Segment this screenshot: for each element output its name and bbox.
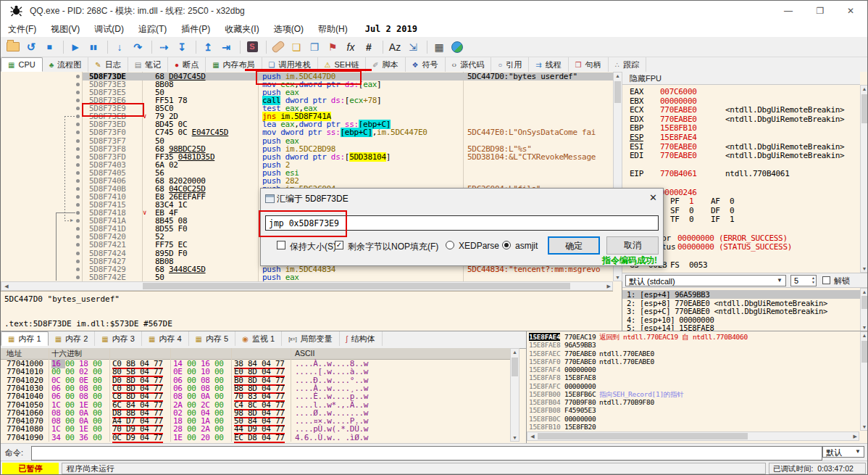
scroll-arrow-icon[interactable]: ◀ (529, 434, 536, 439)
argument-row[interactable]: 3: [esp+C] 770EABE0 <ntdll.DbgUiRemoteBr… (622, 307, 863, 315)
args-vscrollbar[interactable]: ▲▼ (860, 288, 868, 331)
scroll-thumb[interactable] (538, 433, 748, 439)
tab-日志[interactable]: ✎日志 (88, 57, 128, 72)
stop-icon[interactable]: ■ (41, 40, 57, 54)
tab-线程[interactable]: ⇉线程 (529, 57, 568, 72)
open-file-icon[interactable] (5, 40, 21, 54)
tab-句柄[interactable]: ❒句柄 (569, 57, 609, 72)
globe-icon[interactable] (449, 40, 465, 54)
argument-row[interactable]: 4: [esp+10] 00000000 (622, 315, 863, 324)
menu-item-6[interactable]: 选项(O) (267, 21, 311, 38)
case-icon[interactable]: Az (387, 40, 403, 54)
tab-引用[interactable]: ○引用 (491, 57, 529, 72)
menu-item-2[interactable]: 调试(D) (87, 21, 131, 38)
scroll-arrow-icon[interactable]: ▲ (861, 289, 868, 294)
stack-row[interactable]: 15E8FB08F45905E3 (527, 406, 859, 414)
dump-vscrollbar[interactable]: ▲▼ (510, 348, 519, 442)
tab-内存 2[interactable]: ▦内存 2 (49, 331, 96, 346)
stack-row[interactable]: 15E8FAF0770EABE0ntdll.770EABE0 (527, 358, 859, 365)
spinner-arrows-icon[interactable]: ▲▼ (811, 276, 815, 284)
scroll-arrow-icon[interactable]: ▶ (850, 434, 857, 439)
stack-row[interactable]: 15E8FAE896A59BB3 (527, 341, 859, 349)
tab-内存 1[interactable]: ▦内存 1 (1, 331, 49, 346)
menu-item-3[interactable]: 追踪(T) (131, 21, 174, 38)
scroll-arrow-icon[interactable]: ▼ (511, 435, 519, 440)
step-over-icon[interactable]: ↷ (130, 40, 146, 54)
tab-内存 3[interactable]: ▦内存 3 (95, 331, 142, 346)
arg-count-stepper[interactable]: 5▲▼ (790, 275, 817, 286)
tab-笔记[interactable]: ▤笔记 (128, 57, 168, 72)
tab-结构体[interactable]: ʃ结构体 (340, 331, 383, 346)
maximize-button[interactable]: ❐ (808, 4, 832, 18)
scroll-arrow-icon[interactable]: ▲ (861, 86, 868, 91)
tab-符号[interactable]: ❖符号 (406, 57, 446, 72)
scroll-arrow-icon[interactable]: ▼ (861, 325, 868, 330)
hide-fpu-button[interactable]: 隐藏FPU (622, 72, 860, 85)
tab-源代码[interactable]: ‹›源代码 (446, 57, 492, 72)
comment-icon[interactable]: ❏ (288, 40, 304, 54)
stack-row[interactable]: 15E8FAE4770EAC19返回到 ntdll.770EAC19 自 ntd… (527, 333, 859, 341)
step-out-icon[interactable]: ↥ (200, 40, 216, 54)
minimize-button[interactable]: — (776, 4, 801, 18)
scroll-arrow-icon[interactable]: ▼ (861, 266, 868, 271)
scroll-thumb[interactable] (861, 341, 867, 363)
menu-item-7[interactable]: 帮助(H) (311, 21, 355, 38)
function-icon[interactable]: fx (343, 40, 359, 54)
scroll-thumb[interactable] (143, 283, 570, 289)
tab-跟踪[interactable]: ∴跟踪 (609, 57, 646, 72)
execute-till-return-icon[interactable]: ↧ (174, 40, 190, 54)
step-into-icon[interactable]: ↓ (112, 40, 128, 54)
xedparse-radio[interactable] (446, 241, 454, 249)
tab-内存 5[interactable]: ▦内存 5 (189, 331, 236, 346)
scroll-arrow-icon[interactable]: ▲ (511, 350, 519, 355)
menu-item-1[interactable]: 视图(V) (43, 21, 87, 38)
stack-panel[interactable]: 15E8FAE4770EAC19返回到 ntdll.770EAC19 自 ntd… (526, 331, 868, 443)
stack-row[interactable]: 15E8FAF815E8FAE8 (527, 373, 859, 381)
stack-row[interactable]: 15E8FB0C00000000 (527, 415, 859, 423)
scroll-arrow-icon[interactable]: ▲ (614, 73, 622, 78)
disasm-row[interactable]: 5D8F73F0C745 0C E047C45Dmov dword ptr ss… (1, 128, 613, 136)
stack-row[interactable]: 15E8FB1015E8FB20 (527, 423, 859, 431)
close-button[interactable]: ✕ (838, 4, 863, 18)
tab-流程图[interactable]: ♣流程图 (43, 57, 89, 72)
unlock-checkbox[interactable] (822, 276, 830, 284)
calculator-icon[interactable]: ▦ (431, 40, 447, 54)
stack-row[interactable]: 15E8FB04770B9F80ntdll.770B9F80 (527, 398, 859, 406)
asmjit-radio[interactable] (502, 241, 511, 249)
bookmark-icon[interactable]: ⚑ (325, 40, 341, 54)
registers-vscrollbar[interactable]: ▲▼ (860, 85, 868, 273)
fill-nop-checkbox[interactable]: ✓ (335, 241, 343, 249)
tab-脚本[interactable]: ✐脚本 (366, 57, 405, 72)
argument-row[interactable]: 2: [esp+8] 770EABE0 <ntdll.DbgUiRemoteBr… (622, 299, 863, 307)
stack-row[interactable]: 15E8FAFC00000000 (527, 382, 859, 390)
tab-内存 4[interactable]: ▦内存 4 (142, 331, 189, 346)
scroll-thumb[interactable] (512, 358, 518, 376)
scroll-arrow-icon[interactable]: ▶ (604, 284, 611, 289)
stack-row[interactable]: 15E8FAEC770EABE0ntdll.770EABE0 (527, 350, 859, 358)
ok-button[interactable]: 确定 (548, 236, 600, 255)
menu-item-0[interactable]: 文件(F) (1, 21, 43, 38)
scylla-icon[interactable]: S (244, 40, 260, 54)
scroll-arrow-icon[interactable]: ◀ (3, 284, 10, 289)
restart-icon[interactable]: ↺ (23, 40, 39, 54)
menu-item-5[interactable]: 收藏夹(I) (217, 21, 266, 38)
argument-row[interactable]: 1: [esp+4] 96A59BB3 (622, 290, 863, 299)
tab-监视 1[interactable]: ◉监视 1 (235, 331, 282, 346)
stack-hscrollbar[interactable]: ◀▶ (527, 431, 859, 441)
scroll-arrow-icon[interactable]: ▼ (861, 424, 868, 429)
tab-局部变量[interactable]: [x=]局部变量 (282, 331, 339, 346)
label-icon[interactable]: ❐ (306, 40, 322, 54)
dump-row[interactable]: 7704109034 00 36 000C D9 04 771E 00 20 0… (1, 434, 510, 442)
command-input[interactable] (31, 446, 822, 460)
command-profile-select[interactable]: 默认▼ (822, 446, 864, 458)
run-to-selection-icon[interactable]: ⇢ (156, 40, 172, 54)
patch-icon[interactable] (270, 40, 286, 54)
arguments-pane[interactable]: 1: [esp+4] 96A59BB32: [esp+8] 770EABE0 <… (622, 287, 868, 331)
scroll-thumb[interactable] (861, 296, 867, 309)
disasm-row[interactable]: 5D8F742E50push eax (1, 273, 613, 281)
disasm-hscrollbar[interactable]: ◀▶ (1, 281, 613, 291)
run-to-user-code-icon[interactable]: ⇥ (218, 40, 234, 54)
dialog-close-icon[interactable]: ✕ (649, 192, 657, 203)
tab-断点[interactable]: ●断点 (168, 57, 206, 72)
calling-convention-select[interactable]: 默认 (stdcall)▼ (625, 275, 786, 286)
